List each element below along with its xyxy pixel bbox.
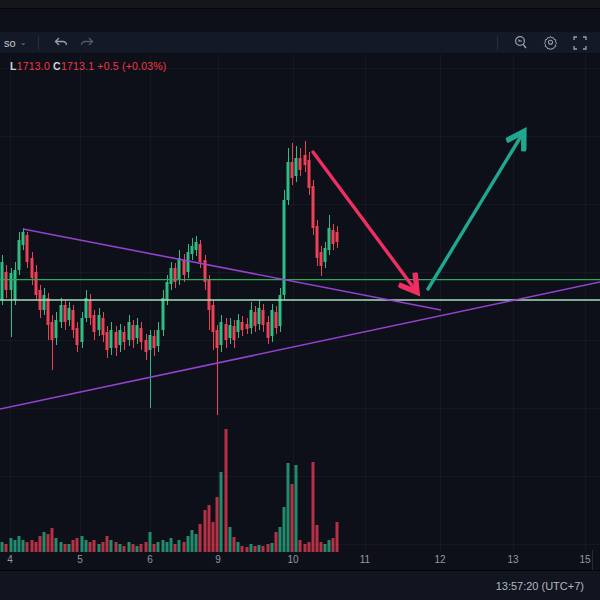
settings-gear-icon[interactable] (540, 34, 560, 52)
time-axis-label: 6 (147, 554, 153, 565)
time-axis[interactable]: 45691011121315 (0, 552, 600, 570)
window-top-strip (0, 0, 600, 9)
clock-timezone-button[interactable]: 13:57:20 (UTC+7) (496, 580, 584, 592)
time-axis-label: 15 (579, 554, 590, 565)
legend-change-value: +0.5 (+0.03%) (97, 60, 166, 72)
time-axis-label: 5 (77, 554, 83, 565)
legend-close-value: 1713.1 (61, 60, 94, 72)
toolbar-separator (497, 36, 498, 50)
time-axis-label: 11 (360, 554, 370, 565)
time-axis-label: 4 (7, 554, 13, 565)
time-axis-label: 10 (287, 554, 298, 565)
price-chart-canvas[interactable] (0, 54, 600, 570)
chart-pane[interactable]: L1713.0 C1713.1 +0.5 (+0.03%) 4569101112… (0, 54, 600, 570)
toolbar-left-group: so ⌄ (0, 34, 97, 52)
chevron-down-icon: ⌄ (20, 38, 27, 47)
redo-icon[interactable] (77, 34, 97, 52)
symbol-label: so (4, 37, 16, 49)
legend-low-value: 1713.0 (17, 60, 50, 72)
zoom-reset-icon[interactable] (510, 34, 530, 52)
fullscreen-icon[interactable] (570, 34, 590, 52)
legend-close-label: C (53, 60, 61, 72)
ohlc-legend: L1713.0 C1713.1 +0.5 (+0.03%) (10, 60, 166, 72)
legend-low-label: L (10, 60, 17, 72)
toolbar-separator (38, 36, 39, 50)
undo-icon[interactable] (51, 34, 71, 52)
time-axis-label: 9 (215, 554, 221, 565)
trading-app-window: so ⌄ L1713.0 C171 (0, 0, 600, 600)
window-title-bar (0, 9, 600, 32)
time-axis-label: 12 (434, 554, 445, 565)
status-bar: 13:57:20 (UTC+7) (0, 570, 600, 600)
chart-toolbar: so ⌄ (0, 32, 600, 54)
time-axis-label: 13 (507, 554, 518, 565)
symbol-selector-button[interactable]: so ⌄ (4, 37, 26, 49)
toolbar-right-group (495, 34, 600, 52)
